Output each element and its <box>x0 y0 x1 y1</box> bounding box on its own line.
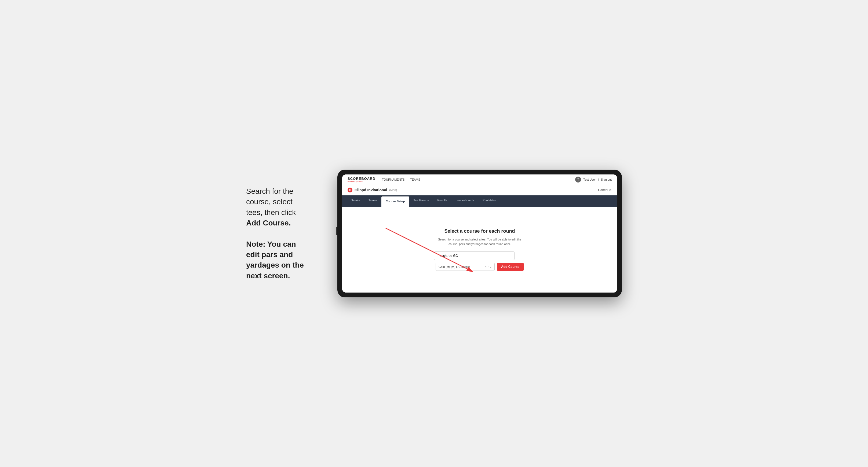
logo-title: SCOREBOARD <box>348 177 375 181</box>
cancel-button[interactable]: Cancel ✕ <box>598 188 612 192</box>
tab-printables[interactable]: Printables <box>478 195 500 207</box>
tournament-badge: (Men) <box>389 188 397 192</box>
course-card-desc: Search for a course and select a tee. Yo… <box>434 237 525 246</box>
main-content: Select a course for each round Search fo… <box>342 207 617 292</box>
note-line4: next screen. <box>246 271 321 281</box>
nav-separator: | <box>598 178 599 181</box>
note-line3: yardages on the <box>246 260 321 270</box>
tee-select-controls: ✕ ⌃⌄ <box>485 266 492 269</box>
nav-links: TOURNAMENTS TEAMS <box>382 178 420 181</box>
course-search-input[interactable] <box>434 251 515 260</box>
tablet-screen: SCOREBOARD Powered by clippd TOURNAMENTS… <box>342 175 617 292</box>
annotation-line4: Add Course. <box>246 218 321 228</box>
annotation-panel: Search for the course, select tees, then… <box>246 186 321 281</box>
tab-leaderboards[interactable]: Leaderboards <box>452 195 478 207</box>
logo-area: SCOREBOARD Powered by clippd <box>348 177 375 183</box>
note-section: Note: You can edit pars and yardages on … <box>246 239 321 281</box>
annotation-line3: tees, then click <box>246 207 321 218</box>
user-avatar: T <box>575 177 581 183</box>
note-line2: edit pars and <box>246 249 321 260</box>
course-card-title: Select a course for each round <box>434 228 525 234</box>
page-wrapper: Search for the course, select tees, then… <box>246 169 622 298</box>
sign-out-link[interactable]: Sign out <box>601 178 612 181</box>
annotation-line2: course, select <box>246 196 321 207</box>
tab-details[interactable]: Details <box>346 195 364 207</box>
note-line1: Note: You can <box>246 239 321 249</box>
tee-select[interactable]: Gold (M) (M) (7010 yds) ✕ ⌃⌄ <box>436 263 495 271</box>
nav-bar: SCOREBOARD Powered by clippd TOURNAMENTS… <box>342 175 617 185</box>
tab-tee-groups[interactable]: Tee Groups <box>409 195 433 207</box>
annotation-line1: Search for the <box>246 186 321 196</box>
tab-course-setup[interactable]: Course Setup <box>381 196 409 207</box>
tournament-title: C Clippd Invitational (Men) <box>348 188 397 192</box>
user-name: Test User <box>583 178 596 181</box>
course-card: Select a course for each round Search fo… <box>434 228 525 271</box>
tournament-icon: C <box>348 188 352 192</box>
tournament-header: C Clippd Invitational (Men) Cancel ✕ <box>342 185 617 195</box>
tournament-name: Clippd Invitational <box>354 188 387 192</box>
add-course-button[interactable]: Add Course <box>497 263 524 271</box>
nav-link-tournaments[interactable]: TOURNAMENTS <box>382 178 405 181</box>
tee-select-row: Gold (M) (M) (7010 yds) ✕ ⌃⌄ Add Course <box>434 263 525 271</box>
tablet-device: SCOREBOARD Powered by clippd TOURNAMENTS… <box>337 169 622 298</box>
nav-left: SCOREBOARD Powered by clippd TOURNAMENTS… <box>348 177 420 183</box>
logo-subtitle: Powered by clippd <box>348 181 375 183</box>
tab-nav: Details Teams Course Setup Tee Groups Re… <box>342 195 617 207</box>
tab-teams[interactable]: Teams <box>364 195 381 207</box>
nav-link-teams[interactable]: TEAMS <box>410 178 420 181</box>
nav-right: T Test User | Sign out <box>575 177 612 183</box>
tab-results[interactable]: Results <box>433 195 452 207</box>
tee-select-value: Gold (M) (M) (7010 yds) <box>439 265 470 269</box>
